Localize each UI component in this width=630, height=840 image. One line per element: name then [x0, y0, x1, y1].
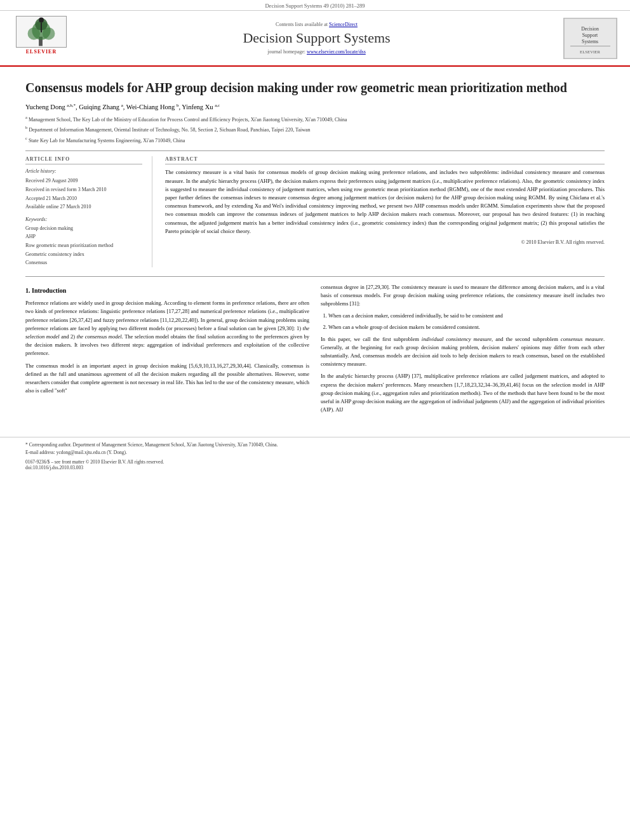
article-container: Consensus models for AHP group decision …	[0, 67, 630, 430]
keywords-label: Keywords:	[25, 217, 142, 222]
subproblem-2: When can a whole group of decision maker…	[328, 323, 605, 331]
keyword-1: AHP	[25, 232, 142, 241]
keyword-3: Geometric consistency index	[25, 250, 142, 259]
left-para-2: The consensus model is an important aspe…	[25, 362, 309, 396]
section1-heading: 1. Introduction	[25, 286, 309, 296]
email-note: E-mail address: ycdong@mail.xjtu.edu.cn …	[25, 449, 605, 457]
copyright-line: © 2010 Elsevier B.V. All rights reserved…	[165, 239, 605, 245]
contents-label: Contents lists available at	[276, 22, 328, 27]
license-info: 0167-9236/$ – see front matter © 2010 El…	[25, 459, 164, 470]
subproblem-1: When can a decision maker, considered in…	[328, 312, 605, 320]
svg-text:Systems: Systems	[582, 38, 598, 44]
journal-name: Decision Support Systems	[70, 30, 563, 46]
affiliation-a: a Management School, The Key Lab of the …	[25, 114, 605, 124]
dss-logo-image: Decision Support Systems ELSEVIER	[563, 18, 617, 59]
doi-text: doi:10.1016/j.dss.2010.03.003	[25, 465, 164, 470]
body-divider	[25, 276, 605, 277]
license-text: 0167-9236/$ – see front matter © 2010 El…	[25, 459, 164, 465]
header-divider	[25, 150, 605, 151]
keyword-2: Row geometric mean prioritization method	[25, 241, 142, 250]
two-column-body: 1. Introduction Preference relations are…	[25, 283, 605, 418]
date-revised: Received in revised form 3 March 2010	[25, 185, 142, 194]
subproblems-list: When can a decision maker, considered in…	[328, 312, 605, 331]
email-text: E-mail address: ycdong@mail.xjtu.edu.cn …	[25, 450, 127, 455]
article-dates: Received 29 August 2009 Received in revi…	[25, 177, 142, 211]
contents-line: Contents lists available at ScienceDirec…	[70, 22, 563, 27]
date-received: Received 29 August 2009	[25, 177, 142, 185]
journal-citation: Decision Support Systems 49 (2010) 281–2…	[265, 3, 365, 9]
affiliation-c: c State Key Lab for Manufacturing System…	[25, 135, 605, 145]
article-title: Consensus models for AHP group decision …	[25, 79, 605, 96]
homepage-label: journal homepage:	[267, 49, 305, 55]
date-accepted: Accepted 21 March 2010	[25, 194, 142, 203]
history-label: Article history:	[25, 168, 142, 174]
corresponding-author-text: * Corresponding author. Department of Ma…	[25, 442, 278, 448]
homepage-url[interactable]: www.elsevier.com/locate/dss	[307, 49, 366, 55]
elsevier-logo: ELSEVIER	[13, 16, 70, 60]
sciencedirect-link[interactable]: ScienceDirect	[329, 22, 358, 27]
elsevier-tree-image	[16, 16, 67, 48]
abstract-box: ABSTRACT The consistency measure is a vi…	[165, 156, 605, 267]
right-para-3: In the analytic hierarchy process (AHP) …	[321, 372, 605, 414]
authors-text: Yucheng Dong a,b,*, Guiqing Zhang a, Wei…	[25, 103, 220, 110]
right-para-1: consensus degree in [27,29,30]. The cons…	[321, 283, 605, 309]
journal-title-center: Contents lists available at ScienceDirec…	[70, 22, 563, 55]
svg-point-6	[39, 17, 44, 22]
authors-line: Yucheng Dong a,b,*, Guiqing Zhang a, Wei…	[25, 102, 605, 110]
footer-bottom: 0167-9236/$ – see front matter © 2010 El…	[25, 459, 605, 470]
abstract-title: ABSTRACT	[165, 156, 605, 164]
svg-text:Support: Support	[582, 32, 598, 38]
svg-text:ELSEVIER: ELSEVIER	[580, 50, 600, 54]
date-online: Available online 27 March 2010	[25, 203, 142, 211]
article-info-abstract: ARTICLE INFO Article history: Received 2…	[25, 156, 605, 267]
keyword-4: Consensus	[25, 258, 142, 267]
corresponding-author-note: * Corresponding author. Department of Ma…	[25, 441, 605, 449]
right-column: consensus degree in [27,29,30]. The cons…	[321, 283, 605, 418]
right-para-2: In this paper, we call the first subprob…	[321, 335, 605, 369]
left-para-1: Preference relations are widely used in …	[25, 299, 309, 357]
elsevier-text: ELSEVIER	[26, 49, 57, 55]
article-info-box: ARTICLE INFO Article history: Received 2…	[25, 156, 152, 267]
journal-info-bar: Decision Support Systems 49 (2010) 281–2…	[0, 0, 630, 11]
article-info-title: ARTICLE INFO	[25, 156, 142, 164]
journal-header: ELSEVIER Contents lists available at Sci…	[0, 11, 630, 67]
left-column: 1. Introduction Preference relations are…	[25, 283, 309, 418]
journal-homepage: journal homepage: www.elsevier.com/locat…	[70, 49, 563, 55]
keyword-0: Group decision making	[25, 224, 142, 233]
footer-area: * Corresponding author. Department of Ma…	[0, 437, 630, 474]
affiliations: a Management School, The Key Lab of the …	[25, 114, 605, 145]
abstract-text: The consistency measure is a vital basis…	[165, 168, 605, 235]
affiliation-b: b Department of Information Management, …	[25, 124, 605, 134]
svg-text:Decision: Decision	[581, 26, 599, 32]
